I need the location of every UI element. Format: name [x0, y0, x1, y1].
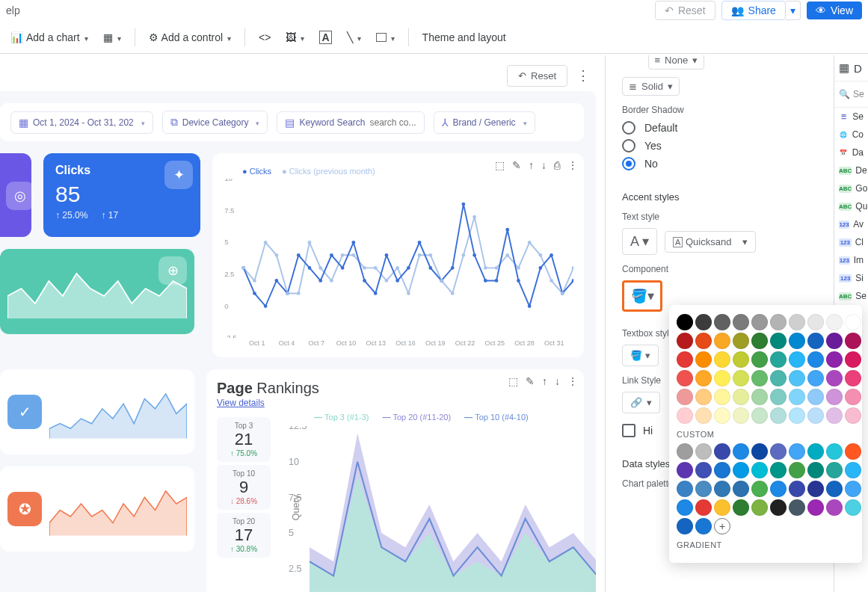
color-swatch[interactable]: [733, 314, 749, 330]
color-swatch[interactable]: [677, 462, 693, 478]
link-style-button[interactable]: 🔗 ▾: [622, 392, 660, 413]
shape-button[interactable]: [372, 28, 399, 46]
color-swatch[interactable]: [677, 370, 693, 386]
teal-widget[interactable]: ⊕: [0, 249, 194, 334]
theme-layout-button[interactable]: Theme and layout: [418, 28, 511, 46]
color-swatch[interactable]: [714, 333, 730, 349]
field-row[interactable]: ☰Se: [834, 108, 868, 126]
more-icon[interactable]: ⋮: [567, 375, 578, 387]
color-swatch[interactable]: [695, 407, 712, 424]
color-swatch[interactable]: [677, 389, 693, 405]
color-swatch[interactable]: [714, 351, 730, 368]
color-swatch[interactable]: [695, 518, 712, 534]
color-swatch[interactable]: [770, 389, 787, 405]
color-swatch[interactable]: [807, 314, 824, 330]
color-swatch[interactable]: [695, 481, 712, 497]
color-swatch[interactable]: [695, 370, 712, 386]
color-swatch[interactable]: [770, 481, 787, 497]
color-swatch[interactable]: [714, 443, 730, 460]
color-swatch[interactable]: [845, 481, 861, 497]
color-swatch[interactable]: [789, 443, 805, 460]
color-swatch[interactable]: [789, 481, 805, 497]
color-swatch[interactable]: [733, 333, 749, 349]
color-swatch[interactable]: [845, 462, 861, 478]
color-swatch[interactable]: [826, 462, 843, 478]
color-swatch[interactable]: [677, 407, 693, 424]
export-icon[interactable]: ⎙: [554, 159, 560, 171]
select-icon[interactable]: ⬚: [508, 375, 518, 387]
view-details-link[interactable]: View details: [217, 398, 265, 408]
field-row[interactable]: ABCGo: [834, 179, 868, 197]
embed-button[interactable]: <>: [254, 28, 275, 46]
share-button[interactable]: 👥 Share: [721, 1, 786, 20]
hide-checkbox[interactable]: [622, 424, 635, 437]
color-swatch[interactable]: [807, 407, 824, 424]
color-swatch[interactable]: [733, 389, 749, 405]
color-swatch[interactable]: [845, 499, 861, 516]
view-button[interactable]: 👁 View: [807, 1, 862, 19]
color-swatch[interactable]: [751, 314, 768, 330]
color-swatch[interactable]: [677, 351, 693, 368]
color-swatch[interactable]: [733, 407, 749, 424]
canvas-more-button[interactable]: ⋮: [573, 64, 593, 87]
color-swatch[interactable]: [789, 314, 805, 330]
color-swatch[interactable]: [751, 333, 768, 349]
color-swatch[interactable]: [733, 481, 749, 497]
color-swatch[interactable]: [826, 314, 843, 330]
field-row[interactable]: 123Im: [834, 251, 868, 269]
color-swatch[interactable]: [845, 407, 861, 424]
appbar-reset-button[interactable]: ↶ Reset: [655, 1, 715, 20]
color-swatch[interactable]: [807, 389, 824, 405]
data-search[interactable]: 🔍Se: [834, 81, 868, 108]
color-swatch[interactable]: [807, 351, 824, 368]
color-swatch[interactable]: [695, 389, 712, 405]
color-swatch[interactable]: [751, 481, 768, 497]
add-control-button[interactable]: ⚙ Add a control: [144, 28, 236, 46]
color-swatch[interactable]: [751, 370, 768, 386]
color-swatch[interactable]: [770, 351, 787, 368]
color-swatch[interactable]: [770, 443, 787, 460]
device-chip[interactable]: ⧉ Device Category: [162, 111, 268, 134]
color-swatch[interactable]: [789, 351, 805, 368]
clicks-line-chart[interactable]: ⬚ ✎ ↑ ↓ ⎙ ⋮ Clicks Clicks (previous mont…: [212, 153, 584, 357]
color-swatch[interactable]: [695, 314, 712, 330]
color-swatch[interactable]: [807, 481, 824, 497]
color-swatch[interactable]: [751, 443, 768, 460]
kpi-impressions[interactable]: ◎: [0, 153, 31, 237]
color-swatch[interactable]: [826, 443, 843, 460]
add-chart-button[interactable]: 📊 Add a chart: [6, 28, 93, 46]
color-swatch[interactable]: [770, 462, 787, 478]
shadow-default-radio[interactable]: [622, 121, 635, 135]
field-row[interactable]: ABCDe: [834, 161, 868, 179]
color-swatch[interactable]: [807, 333, 824, 349]
color-swatch[interactable]: [677, 481, 693, 497]
color-swatch[interactable]: [677, 314, 693, 330]
color-swatch[interactable]: [770, 314, 787, 330]
color-swatch[interactable]: [751, 389, 768, 405]
color-swatch[interactable]: [714, 389, 730, 405]
color-swatch[interactable]: [826, 481, 843, 497]
field-row[interactable]: 123Si: [834, 269, 868, 287]
color-swatch[interactable]: [845, 314, 861, 330]
more-icon[interactable]: ⋮: [567, 159, 578, 171]
color-swatch[interactable]: [826, 351, 843, 368]
color-swatch[interactable]: [789, 370, 805, 386]
color-swatch[interactable]: [714, 481, 730, 497]
color-swatch[interactable]: [789, 407, 805, 424]
brand-chip[interactable]: ⅄ Brand / Generic: [434, 111, 535, 134]
color-swatch[interactable]: [714, 370, 730, 386]
color-swatch[interactable]: [695, 333, 712, 349]
blue-widget[interactable]: ✓: [0, 369, 194, 454]
color-swatch[interactable]: [695, 499, 712, 516]
color-swatch[interactable]: [733, 443, 749, 460]
color-swatch[interactable]: [714, 407, 730, 424]
color-swatch[interactable]: [733, 462, 749, 478]
color-swatch[interactable]: [845, 389, 861, 405]
color-swatch[interactable]: [677, 499, 693, 516]
color-swatch[interactable]: [770, 407, 787, 424]
shadow-yes-radio[interactable]: [622, 139, 635, 152]
shadow-no-radio[interactable]: [622, 157, 635, 170]
color-swatch[interactable]: [845, 370, 861, 386]
color-swatch[interactable]: [845, 333, 861, 349]
border-none-select[interactable]: ≡None ▾: [648, 55, 705, 70]
